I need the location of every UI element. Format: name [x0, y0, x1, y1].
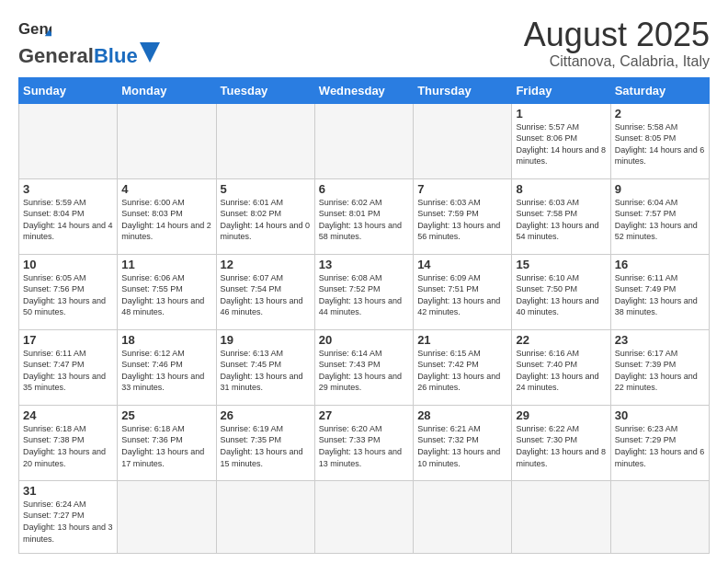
- day-info: Sunrise: 6:22 AM Sunset: 7:30 PM Dayligh…: [516, 423, 606, 469]
- logo: General General Blue: [18, 17, 160, 68]
- day-number: 27: [319, 408, 409, 422]
- day-info: Sunrise: 6:18 AM Sunset: 7:36 PM Dayligh…: [121, 423, 211, 469]
- day-number: 26: [221, 408, 311, 422]
- calendar-cell: 4Sunrise: 6:00 AM Sunset: 8:03 PM Daylig…: [118, 178, 216, 254]
- day-number: 6: [319, 182, 409, 196]
- day-number: 18: [121, 333, 211, 347]
- day-info: Sunrise: 6:06 AM Sunset: 7:55 PM Dayligh…: [121, 272, 211, 318]
- calendar-week-2: 10Sunrise: 6:05 AM Sunset: 7:56 PM Dayli…: [19, 254, 710, 329]
- weekday-header-row: SundayMondayTuesdayWednesdayThursdayFrid…: [19, 77, 710, 103]
- day-number: 21: [417, 333, 507, 347]
- day-number: 7: [417, 182, 507, 196]
- day-info: Sunrise: 6:03 AM Sunset: 7:58 PM Dayligh…: [516, 197, 606, 243]
- calendar-cell: 23Sunrise: 6:17 AM Sunset: 7:39 PM Dayli…: [610, 329, 709, 405]
- weekday-header-saturday: Saturday: [610, 77, 709, 103]
- day-number: 31: [23, 484, 113, 498]
- day-info: Sunrise: 6:11 AM Sunset: 7:49 PM Dayligh…: [615, 272, 705, 318]
- calendar-cell: [314, 480, 413, 553]
- title-area: August 2025 Cittanova, Calabria, Italy: [524, 17, 710, 70]
- calendar-cell: 12Sunrise: 6:07 AM Sunset: 7:54 PM Dayli…: [216, 254, 314, 329]
- calendar-cell: 19Sunrise: 6:13 AM Sunset: 7:45 PM Dayli…: [216, 329, 314, 405]
- calendar-cell: 18Sunrise: 6:12 AM Sunset: 7:46 PM Dayli…: [118, 329, 216, 405]
- calendar-cell: 20Sunrise: 6:14 AM Sunset: 7:43 PM Dayli…: [314, 329, 413, 405]
- day-info: Sunrise: 6:20 AM Sunset: 7:33 PM Dayligh…: [319, 423, 409, 469]
- calendar-cell: 9Sunrise: 6:04 AM Sunset: 7:57 PM Daylig…: [610, 178, 709, 254]
- day-number: 8: [516, 182, 606, 196]
- logo-icon: General: [18, 17, 51, 42]
- calendar-cell: 8Sunrise: 6:03 AM Sunset: 7:58 PM Daylig…: [512, 178, 610, 254]
- header: General General Blue August 2025 Cittano…: [18, 17, 710, 70]
- day-number: 1: [516, 107, 606, 121]
- calendar-cell: 24Sunrise: 6:18 AM Sunset: 7:38 PM Dayli…: [19, 405, 118, 480]
- day-number: 15: [516, 258, 606, 271]
- day-number: 25: [121, 408, 211, 422]
- day-number: 24: [23, 408, 113, 422]
- day-info: Sunrise: 5:58 AM Sunset: 8:05 PM Dayligh…: [615, 121, 705, 167]
- day-info: Sunrise: 6:11 AM Sunset: 7:47 PM Dayligh…: [23, 348, 113, 394]
- calendar-cell: 14Sunrise: 6:09 AM Sunset: 7:51 PM Dayli…: [414, 254, 512, 329]
- calendar-cell: 15Sunrise: 6:10 AM Sunset: 7:50 PM Dayli…: [512, 254, 610, 329]
- day-number: 13: [319, 258, 409, 271]
- calendar-cell: 27Sunrise: 6:20 AM Sunset: 7:33 PM Dayli…: [314, 405, 413, 480]
- calendar-cell: [216, 103, 314, 178]
- day-info: Sunrise: 5:57 AM Sunset: 8:06 PM Dayligh…: [516, 121, 606, 167]
- day-number: 11: [121, 258, 211, 271]
- day-info: Sunrise: 6:01 AM Sunset: 8:02 PM Dayligh…: [221, 197, 311, 243]
- weekday-header-wednesday: Wednesday: [314, 77, 413, 103]
- logo-text-row: General Blue: [18, 42, 160, 68]
- day-info: Sunrise: 6:14 AM Sunset: 7:43 PM Dayligh…: [319, 348, 409, 394]
- calendar-cell: 7Sunrise: 6:03 AM Sunset: 7:59 PM Daylig…: [414, 178, 512, 254]
- day-number: 4: [121, 182, 211, 196]
- day-info: Sunrise: 6:12 AM Sunset: 7:46 PM Dayligh…: [121, 348, 211, 394]
- logo-triangle-icon: [140, 42, 160, 63]
- day-number: 28: [417, 408, 507, 422]
- calendar-cell: 28Sunrise: 6:21 AM Sunset: 7:32 PM Dayli…: [414, 405, 512, 480]
- day-info: Sunrise: 6:23 AM Sunset: 7:29 PM Dayligh…: [615, 423, 705, 469]
- day-number: 16: [615, 258, 705, 271]
- day-number: 12: [221, 258, 311, 271]
- calendar-cell: [414, 480, 512, 553]
- day-number: 19: [221, 333, 311, 347]
- day-number: 14: [417, 258, 507, 271]
- calendar-cell: [512, 480, 610, 553]
- weekday-header-monday: Monday: [118, 77, 216, 103]
- calendar-cell: [610, 480, 709, 553]
- day-info: Sunrise: 6:17 AM Sunset: 7:39 PM Dayligh…: [615, 348, 705, 394]
- calendar-week-5: 31Sunrise: 6:24 AM Sunset: 7:27 PM Dayli…: [19, 480, 710, 553]
- logo-blue: Blue: [94, 44, 138, 68]
- day-number: 3: [23, 182, 113, 196]
- calendar-cell: [414, 103, 512, 178]
- day-info: Sunrise: 6:10 AM Sunset: 7:50 PM Dayligh…: [516, 272, 606, 318]
- calendar-week-1: 3Sunrise: 5:59 AM Sunset: 8:04 PM Daylig…: [19, 178, 710, 254]
- month-title: August 2025: [524, 17, 710, 53]
- calendar-table: SundayMondayTuesdayWednesdayThursdayFrid…: [18, 77, 710, 554]
- day-info: Sunrise: 6:21 AM Sunset: 7:32 PM Dayligh…: [417, 423, 507, 469]
- day-number: 2: [615, 107, 705, 121]
- day-info: Sunrise: 6:16 AM Sunset: 7:40 PM Dayligh…: [516, 348, 606, 394]
- day-number: 30: [615, 408, 705, 422]
- calendar-cell: [118, 480, 216, 553]
- calendar-cell: [19, 103, 118, 178]
- calendar-cell: 16Sunrise: 6:11 AM Sunset: 7:49 PM Dayli…: [610, 254, 709, 329]
- calendar-cell: [216, 480, 314, 553]
- calendar-cell: 17Sunrise: 6:11 AM Sunset: 7:47 PM Dayli…: [19, 329, 118, 405]
- day-info: Sunrise: 6:05 AM Sunset: 7:56 PM Dayligh…: [23, 272, 113, 318]
- calendar-cell: 31Sunrise: 6:24 AM Sunset: 7:27 PM Dayli…: [19, 480, 118, 553]
- calendar-cell: 1Sunrise: 5:57 AM Sunset: 8:06 PM Daylig…: [512, 103, 610, 178]
- day-number: 17: [23, 333, 113, 347]
- day-number: 22: [516, 333, 606, 347]
- day-number: 5: [221, 182, 311, 196]
- calendar-cell: 2Sunrise: 5:58 AM Sunset: 8:05 PM Daylig…: [610, 103, 709, 178]
- calendar-body: 1Sunrise: 5:57 AM Sunset: 8:06 PM Daylig…: [19, 103, 710, 553]
- calendar-week-3: 17Sunrise: 6:11 AM Sunset: 7:47 PM Dayli…: [19, 329, 710, 405]
- day-info: Sunrise: 6:18 AM Sunset: 7:38 PM Dayligh…: [23, 423, 113, 469]
- calendar-cell: 25Sunrise: 6:18 AM Sunset: 7:36 PM Dayli…: [118, 405, 216, 480]
- day-number: 9: [615, 182, 705, 196]
- calendar-cell: 3Sunrise: 5:59 AM Sunset: 8:04 PM Daylig…: [19, 178, 118, 254]
- calendar-cell: 26Sunrise: 6:19 AM Sunset: 7:35 PM Dayli…: [216, 405, 314, 480]
- calendar-cell: [314, 103, 413, 178]
- calendar-header: SundayMondayTuesdayWednesdayThursdayFrid…: [19, 77, 710, 103]
- calendar-cell: 13Sunrise: 6:08 AM Sunset: 7:52 PM Dayli…: [314, 254, 413, 329]
- calendar-cell: 6Sunrise: 6:02 AM Sunset: 8:01 PM Daylig…: [314, 178, 413, 254]
- calendar-cell: 5Sunrise: 6:01 AM Sunset: 8:02 PM Daylig…: [216, 178, 314, 254]
